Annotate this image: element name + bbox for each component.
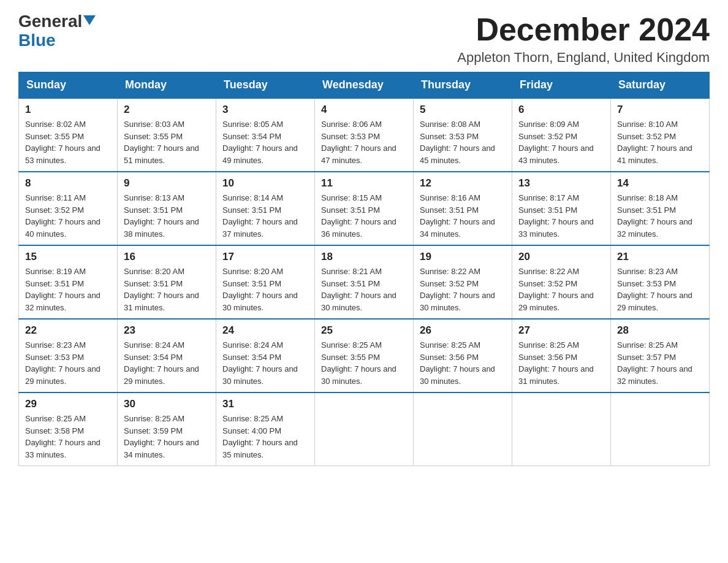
day-number-21: 21: [617, 251, 703, 263]
weekday-header-tuesday: Tuesday: [216, 72, 315, 99]
day-cell-23: 23Sunrise: 8:24 AMSunset: 3:54 PMDayligh…: [118, 319, 216, 393]
weekday-header-sunday: Sunday: [19, 72, 118, 99]
day-number-2: 2: [124, 104, 210, 116]
day-cell-6: 6Sunrise: 8:09 AMSunset: 3:52 PMDaylight…: [512, 98, 611, 172]
day-number-30: 30: [124, 398, 210, 410]
weekday-header-thursday: Thursday: [414, 72, 512, 99]
day-number-31: 31: [222, 398, 308, 410]
day-info-20: Sunrise: 8:22 AMSunset: 3:52 PMDaylight:…: [518, 266, 604, 313]
day-cell-21: 21Sunrise: 8:23 AMSunset: 3:53 PMDayligh…: [611, 245, 710, 319]
day-info-2: Sunrise: 8:03 AMSunset: 3:55 PMDaylight:…: [124, 118, 210, 166]
day-number-29: 29: [25, 398, 111, 410]
location: Appleton Thorn, England, United Kingdom: [457, 50, 710, 66]
day-cell-11: 11Sunrise: 8:15 AMSunset: 3:51 PMDayligh…: [315, 172, 414, 245]
day-info-18: Sunrise: 8:21 AMSunset: 3:51 PMDaylight:…: [321, 266, 407, 313]
day-info-22: Sunrise: 8:23 AMSunset: 3:53 PMDaylight:…: [25, 339, 111, 387]
day-cell-10: 10Sunrise: 8:14 AMSunset: 3:51 PMDayligh…: [216, 172, 315, 245]
day-number-14: 14: [617, 177, 703, 190]
day-info-23: Sunrise: 8:24 AMSunset: 3:54 PMDaylight:…: [124, 339, 210, 387]
day-info-8: Sunrise: 8:11 AMSunset: 3:52 PMDaylight:…: [25, 192, 111, 240]
day-cell-5: 5Sunrise: 8:08 AMSunset: 3:53 PMDaylight…: [414, 98, 512, 172]
week-row-4: 22Sunrise: 8:23 AMSunset: 3:53 PMDayligh…: [19, 319, 710, 393]
logo-blue: Blue: [18, 31, 56, 50]
logo: General Blue: [18, 12, 96, 50]
weekday-header-row: SundayMondayTuesdayWednesdayThursdayFrid…: [19, 72, 710, 99]
day-number-3: 3: [222, 104, 308, 116]
day-cell-18: 18Sunrise: 8:21 AMSunset: 3:51 PMDayligh…: [315, 245, 414, 319]
day-number-26: 26: [420, 324, 506, 337]
empty-cell-week5-day4: [414, 393, 512, 466]
month-title: December 2024: [457, 12, 710, 47]
day-info-28: Sunrise: 8:25 AMSunset: 3:57 PMDaylight:…: [617, 339, 703, 387]
week-row-5: 29Sunrise: 8:25 AMSunset: 3:58 PMDayligh…: [19, 393, 710, 466]
day-info-7: Sunrise: 8:10 AMSunset: 3:52 PMDaylight:…: [617, 118, 703, 166]
day-cell-29: 29Sunrise: 8:25 AMSunset: 3:58 PMDayligh…: [19, 393, 118, 466]
day-cell-8: 8Sunrise: 8:11 AMSunset: 3:52 PMDaylight…: [19, 172, 118, 245]
day-info-25: Sunrise: 8:25 AMSunset: 3:55 PMDaylight:…: [321, 339, 407, 387]
day-cell-30: 30Sunrise: 8:25 AMSunset: 3:59 PMDayligh…: [118, 393, 216, 466]
day-cell-26: 26Sunrise: 8:25 AMSunset: 3:56 PMDayligh…: [414, 319, 512, 393]
day-info-3: Sunrise: 8:05 AMSunset: 3:54 PMDaylight:…: [222, 118, 308, 166]
calendar-table: SundayMondayTuesdayWednesdayThursdayFrid…: [18, 72, 710, 466]
day-cell-1: 1Sunrise: 8:02 AMSunset: 3:55 PMDaylight…: [19, 98, 118, 172]
weekday-header-saturday: Saturday: [611, 72, 710, 99]
day-cell-19: 19Sunrise: 8:22 AMSunset: 3:52 PMDayligh…: [414, 245, 512, 319]
day-number-24: 24: [222, 324, 308, 337]
day-cell-14: 14Sunrise: 8:18 AMSunset: 3:51 PMDayligh…: [611, 172, 710, 245]
day-info-14: Sunrise: 8:18 AMSunset: 3:51 PMDaylight:…: [617, 192, 703, 240]
logo-triangle-icon: [83, 15, 96, 25]
weekday-header-friday: Friday: [512, 72, 611, 99]
day-info-13: Sunrise: 8:17 AMSunset: 3:51 PMDaylight:…: [518, 192, 604, 240]
day-cell-22: 22Sunrise: 8:23 AMSunset: 3:53 PMDayligh…: [19, 319, 118, 393]
week-row-3: 15Sunrise: 8:19 AMSunset: 3:51 PMDayligh…: [19, 245, 710, 319]
day-info-11: Sunrise: 8:15 AMSunset: 3:51 PMDaylight:…: [321, 192, 407, 240]
day-info-30: Sunrise: 8:25 AMSunset: 3:59 PMDaylight:…: [124, 413, 210, 461]
day-info-9: Sunrise: 8:13 AMSunset: 3:51 PMDaylight:…: [124, 192, 210, 240]
day-info-4: Sunrise: 8:06 AMSunset: 3:53 PMDaylight:…: [321, 118, 407, 166]
day-number-16: 16: [124, 251, 210, 263]
day-cell-12: 12Sunrise: 8:16 AMSunset: 3:51 PMDayligh…: [414, 172, 512, 245]
logo-text: General Blue: [18, 12, 96, 50]
day-info-17: Sunrise: 8:20 AMSunset: 3:51 PMDaylight:…: [222, 266, 308, 313]
day-cell-28: 28Sunrise: 8:25 AMSunset: 3:57 PMDayligh…: [611, 319, 710, 393]
weekday-header-wednesday: Wednesday: [315, 72, 414, 99]
day-number-18: 18: [321, 251, 407, 263]
day-number-9: 9: [124, 177, 210, 190]
title-section: December 2024 Appleton Thorn, England, U…: [457, 12, 710, 66]
day-number-17: 17: [222, 251, 308, 263]
day-number-27: 27: [518, 324, 604, 337]
day-info-15: Sunrise: 8:19 AMSunset: 3:51 PMDaylight:…: [25, 266, 111, 313]
day-info-27: Sunrise: 8:25 AMSunset: 3:56 PMDaylight:…: [518, 339, 604, 387]
day-number-25: 25: [321, 324, 407, 337]
day-cell-17: 17Sunrise: 8:20 AMSunset: 3:51 PMDayligh…: [216, 245, 315, 319]
day-info-26: Sunrise: 8:25 AMSunset: 3:56 PMDaylight:…: [420, 339, 506, 387]
day-cell-15: 15Sunrise: 8:19 AMSunset: 3:51 PMDayligh…: [19, 245, 118, 319]
day-info-21: Sunrise: 8:23 AMSunset: 3:53 PMDaylight:…: [617, 266, 703, 313]
day-cell-31: 31Sunrise: 8:25 AMSunset: 4:00 PMDayligh…: [216, 393, 315, 466]
day-info-19: Sunrise: 8:22 AMSunset: 3:52 PMDaylight:…: [420, 266, 506, 313]
day-number-20: 20: [518, 251, 604, 263]
day-number-22: 22: [25, 324, 111, 337]
day-cell-7: 7Sunrise: 8:10 AMSunset: 3:52 PMDaylight…: [611, 98, 710, 172]
day-info-29: Sunrise: 8:25 AMSunset: 3:58 PMDaylight:…: [25, 413, 111, 461]
day-cell-27: 27Sunrise: 8:25 AMSunset: 3:56 PMDayligh…: [512, 319, 611, 393]
day-number-28: 28: [617, 324, 703, 337]
day-cell-25: 25Sunrise: 8:25 AMSunset: 3:55 PMDayligh…: [315, 319, 414, 393]
logo-general: General: [18, 12, 82, 31]
day-number-6: 6: [518, 104, 604, 116]
day-number-8: 8: [25, 177, 111, 190]
day-number-5: 5: [420, 104, 506, 116]
day-info-24: Sunrise: 8:24 AMSunset: 3:54 PMDaylight:…: [222, 339, 308, 387]
day-info-5: Sunrise: 8:08 AMSunset: 3:53 PMDaylight:…: [420, 118, 506, 166]
day-number-12: 12: [420, 177, 506, 190]
empty-cell-week5-day6: [611, 393, 710, 466]
day-cell-4: 4Sunrise: 8:06 AMSunset: 3:53 PMDaylight…: [315, 98, 414, 172]
week-row-1: 1Sunrise: 8:02 AMSunset: 3:55 PMDaylight…: [19, 98, 710, 172]
empty-cell-week5-day3: [315, 393, 414, 466]
day-number-10: 10: [222, 177, 308, 190]
day-number-19: 19: [420, 251, 506, 263]
day-cell-2: 2Sunrise: 8:03 AMSunset: 3:55 PMDaylight…: [118, 98, 216, 172]
day-info-31: Sunrise: 8:25 AMSunset: 4:00 PMDaylight:…: [222, 413, 308, 461]
day-number-11: 11: [321, 177, 407, 190]
day-cell-24: 24Sunrise: 8:24 AMSunset: 3:54 PMDayligh…: [216, 319, 315, 393]
